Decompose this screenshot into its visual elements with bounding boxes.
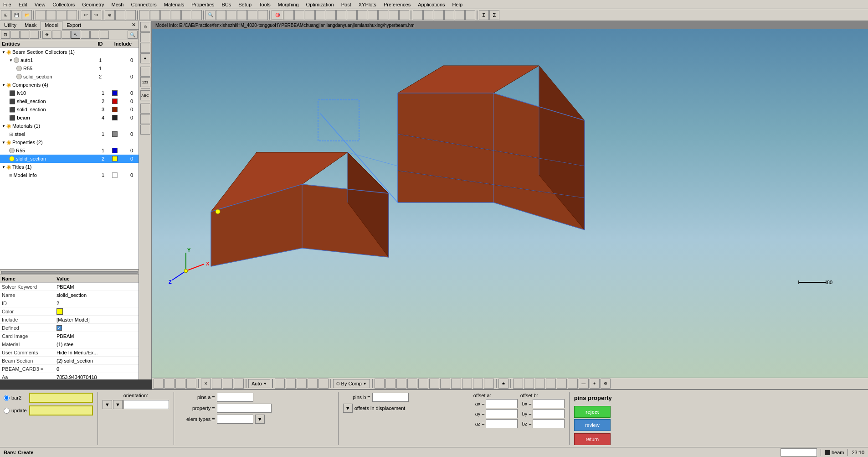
toolbar-btn-24[interactable] <box>258 10 268 20</box>
toolbar-btn-32[interactable] <box>347 10 357 20</box>
viewport-scene[interactable]: X Y Z 80 <box>152 29 868 379</box>
tree-item-auto1[interactable]: ▼ auto1 1 0 <box>0 56 139 64</box>
menu-tools[interactable]: Tools <box>257 1 272 8</box>
bycomp-dropdown[interactable]: ⬡ By Comp ▼ <box>333 379 370 388</box>
panel-tb-btn-2[interactable] <box>10 31 20 39</box>
toolbar-btn-31[interactable] <box>336 10 346 20</box>
panel-tb-btn-7[interactable] <box>100 31 109 39</box>
return-button[interactable]: return <box>574 433 611 445</box>
vt-btn-15[interactable] <box>385 379 395 389</box>
vt-btn-33[interactable]: + <box>590 379 600 389</box>
vt-btn-21[interactable] <box>451 379 461 389</box>
tree-item-steel[interactable]: ⊞ steel 1 0 <box>0 130 139 138</box>
vt-btn-7[interactable] <box>223 379 233 389</box>
toolbar-btn-13[interactable] <box>139 10 149 20</box>
vtb-btn-2[interactable] <box>140 32 150 42</box>
toolbar-btn-36[interactable] <box>389 10 399 20</box>
menu-view[interactable]: View <box>33 1 47 8</box>
radio-bar2[interactable] <box>4 395 10 401</box>
vt-btn-11[interactable] <box>297 379 307 389</box>
vt-btn-19[interactable] <box>429 379 439 389</box>
panel-tb-btn-4[interactable] <box>30 31 39 39</box>
menu-help[interactable]: Help <box>451 1 464 8</box>
vtb-btn-5[interactable] <box>140 67 150 77</box>
by-input[interactable]: 0.000 <box>533 409 565 418</box>
node-a-input[interactable]: node A <box>29 393 93 403</box>
toolbar-btn-42[interactable] <box>455 10 465 20</box>
menu-edit[interactable]: Edit <box>17 1 29 8</box>
ax-input[interactable]: 0.000 <box>486 399 518 408</box>
vtb-btn-3[interactable] <box>140 43 150 53</box>
menu-properties[interactable]: Properties <box>190 1 216 8</box>
tab-utility[interactable]: Utility <box>0 21 21 29</box>
tree-item-solidsection-comp[interactable]: ⬛ solid_section 3 0 <box>0 105 139 114</box>
menu-connectors[interactable]: Connectors <box>129 1 158 8</box>
property-input[interactable]: slolid_section <box>217 404 272 413</box>
vt-btn-18[interactable] <box>418 379 428 389</box>
toolbar-btn-2[interactable]: 💾 <box>11 10 21 20</box>
tree-group-titles[interactable]: ▼ ◉ Titles (1) <box>0 163 139 171</box>
vt-btn-30[interactable] <box>557 379 567 389</box>
toolbar-btn-30[interactable] <box>326 10 336 20</box>
vt-btn-16[interactable] <box>396 379 406 389</box>
menu-mesh[interactable]: Mesh <box>110 1 125 8</box>
auto-dropdown[interactable]: Auto ▼ <box>248 379 270 388</box>
toolbar-btn-15[interactable] <box>160 10 170 20</box>
toolbar-btn-sigma[interactable]: Σ <box>479 10 489 20</box>
toolbar-btn-19[interactable]: 🔍 <box>205 10 216 20</box>
vtb-btn-8[interactable] <box>140 104 150 114</box>
tree-item-beam[interactable]: ⬛ beam 4 0 <box>0 114 139 122</box>
orient-dropdown-1[interactable]: ▼ <box>103 400 112 409</box>
menu-morphing[interactable]: Morphing <box>277 1 300 8</box>
toolbar-btn-26[interactable] <box>284 10 294 20</box>
vt-btn-8[interactable] <box>234 379 244 389</box>
pins-a-input[interactable]: 0 <box>217 393 253 402</box>
toolbar-btn-41[interactable] <box>444 10 454 20</box>
panel-tb-btn-6[interactable] <box>90 31 99 39</box>
toolbar-btn-4[interactable] <box>36 10 46 20</box>
toolbar-btn-38[interactable] <box>413 10 423 20</box>
vt-btn-14[interactable] <box>375 379 385 389</box>
toolbar-btn-17[interactable] <box>181 10 191 20</box>
panel-tb-view1[interactable]: 👁 <box>42 31 51 39</box>
panel-tb-view2[interactable] <box>52 31 61 39</box>
toolbar-btn-28[interactable] <box>305 10 315 20</box>
tree-group-beamsection[interactable]: ▼ ◉ Beam Section Collectors (1) <box>0 48 139 56</box>
toolbar-btn-16[interactable] <box>171 10 181 20</box>
vt-btn-25[interactable]: ★ <box>498 379 508 389</box>
orient-axis-input[interactable]: y-axis <box>123 400 169 409</box>
reject-button[interactable]: reject <box>574 406 611 418</box>
vt-btn-23[interactable] <box>473 379 483 389</box>
menu-preferences[interactable]: Preferences <box>382 1 412 8</box>
toolbar-btn-39[interactable] <box>423 10 433 20</box>
toolbar-btn-33[interactable] <box>357 10 367 20</box>
menu-collectors[interactable]: Collectors <box>51 1 76 8</box>
panel-tb-btn-5[interactable] <box>81 31 90 39</box>
toolbar-btn-12[interactable] <box>126 10 136 20</box>
panel-tb-search[interactable]: 🔍 <box>128 31 138 39</box>
toolbar-btn-20[interactable] <box>216 10 226 20</box>
toolbar-btn-40[interactable] <box>434 10 444 20</box>
panel-tb-view3[interactable] <box>62 31 71 39</box>
elemtypes-input[interactable]: CBEAM <box>217 415 253 424</box>
toolbar-btn-23[interactable] <box>247 10 257 20</box>
panel-tb-btn-3[interactable] <box>20 31 29 39</box>
panel-close[interactable]: ✕ <box>129 21 139 29</box>
vtb-btn-1[interactable]: ⊕ <box>140 22 150 32</box>
elemtypes-dropdown[interactable]: ▼ <box>255 415 265 424</box>
radio-update[interactable] <box>4 408 10 414</box>
pins-b-input[interactable]: 0 <box>372 393 409 402</box>
menu-materials[interactable]: Materials <box>163 1 186 8</box>
menu-optimization[interactable]: Optimization <box>305 1 335 8</box>
tree-item-shellsection[interactable]: ⬛ shell_section 2 0 <box>0 97 139 105</box>
menu-xyplots[interactable]: XYPlots <box>357 1 378 8</box>
bz-input[interactable]: 0.000 <box>533 419 565 428</box>
tab-mask[interactable]: Mask <box>21 21 41 29</box>
toolbar-btn-29[interactable] <box>315 10 325 20</box>
vt-btn-24[interactable] <box>484 379 494 389</box>
vt-btn-6[interactable] <box>212 379 222 389</box>
toolbar-btn-1[interactable]: ⊞ <box>1 10 11 20</box>
toolbar-btn-35[interactable] <box>378 10 388 20</box>
vt-btn-22[interactable] <box>462 379 472 389</box>
menu-post[interactable]: Post <box>340 1 353 8</box>
